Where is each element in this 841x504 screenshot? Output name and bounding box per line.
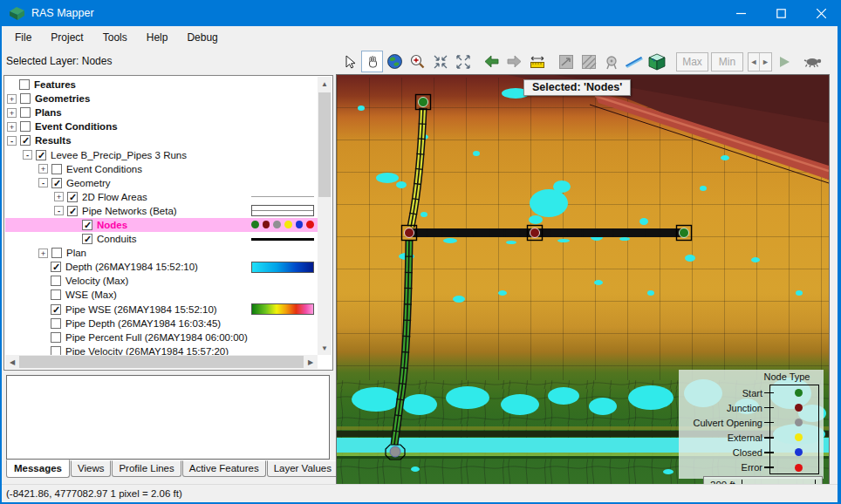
tree-item-run-event-conditions[interactable]: Event Conditions [5, 162, 318, 176]
select-cursor-button[interactable] [338, 51, 360, 72]
tree-item-geometries[interactable]: Geometries [5, 92, 318, 106]
tree-item-plan[interactable]: Plan [5, 246, 318, 260]
tree-item-2d-flow-areas[interactable]: 2D Flow Areas [5, 190, 318, 204]
menu-tools[interactable]: Tools [93, 28, 137, 47]
profile-plot-button[interactable] [555, 51, 577, 72]
expander[interactable] [7, 122, 17, 132]
messages-box[interactable] [6, 375, 330, 460]
checkbox[interactable] [51, 276, 61, 286]
tree-item-velocity[interactable]: Velocity (Max) [5, 274, 318, 288]
expander[interactable] [7, 136, 17, 146]
checkbox[interactable] [20, 107, 31, 118]
tree-item-pipe-velocity[interactable]: Pipe Velocity (26MAY1984 15:57:20) [5, 344, 318, 355]
tree-item-pipe-depth[interactable]: Pipe Depth (26MAY1984 16:03:45) [5, 317, 318, 330]
expander[interactable] [23, 150, 32, 160]
tree-item-geometry[interactable]: Geometry [5, 176, 318, 190]
full-extent-button[interactable] [452, 51, 474, 72]
tab-messages[interactable]: Messages [6, 460, 70, 478]
tree-item-pipe-wse[interactable]: Pipe WSE (26MAY1984 15:52:10) [5, 303, 318, 317]
tree-item-pipe-networks[interactable]: Pipe Networks (Beta) [5, 204, 318, 218]
checkbox[interactable] [51, 332, 61, 343]
checkbox[interactable] [51, 304, 61, 315]
scroll-right-arrow[interactable]: ▶ [304, 355, 318, 369]
scroll-up-arrow[interactable]: ▲ [318, 77, 332, 91]
checkbox[interactable] [20, 121, 31, 132]
minimize-button[interactable] [721, 0, 761, 26]
tab-views[interactable]: Views [71, 460, 111, 477]
play-button[interactable] [773, 51, 795, 72]
tab-profile-lines[interactable]: Profile Lines [112, 460, 181, 477]
checkbox[interactable] [67, 192, 78, 202]
start-node[interactable] [419, 98, 428, 107]
zoom-in-button[interactable] [407, 51, 428, 72]
step-forward-button[interactable]: ► [760, 53, 771, 71]
checkbox[interactable] [82, 234, 92, 244]
map-canvas[interactable]: Selected: 'Nodes' Node Type Start Juncti… [336, 74, 830, 495]
culvert-opening-node[interactable] [390, 446, 400, 457]
menu-help[interactable]: Help [137, 28, 178, 47]
checkbox[interactable] [82, 220, 92, 230]
min-button[interactable]: Min [711, 52, 743, 72]
next-view-button[interactable] [503, 51, 525, 72]
shrink-extent-button[interactable] [429, 51, 451, 72]
checkbox[interactable] [20, 93, 31, 104]
animation-speed-button[interactable] [802, 51, 824, 72]
checkbox[interactable] [51, 346, 61, 355]
maximize-button[interactable] [761, 0, 801, 26]
junction-node[interactable] [405, 228, 414, 238]
expander[interactable] [38, 164, 48, 174]
tree-item-plans[interactable]: Plans [5, 106, 318, 119]
checkbox[interactable] [20, 135, 31, 146]
tree-vertical-scrollbar[interactable]: ▲ ▼ [318, 77, 332, 355]
junction-node[interactable] [530, 228, 540, 238]
tree-item-nodes[interactable]: Nodes [5, 218, 318, 232]
mesh-hatch-button[interactable] [578, 51, 599, 72]
start-node[interactable] [680, 228, 689, 238]
animation-step-spinner[interactable]: ◄ ► [748, 52, 772, 72]
checkbox[interactable] [51, 318, 61, 329]
checkbox[interactable] [51, 262, 61, 272]
tree-item-conduits[interactable]: Conduits [5, 232, 318, 246]
expander[interactable] [54, 192, 64, 201]
zoom-extents-button[interactable] [384, 51, 406, 72]
titlebar[interactable]: RAS Mapper [0, 0, 841, 26]
checkbox[interactable] [51, 289, 61, 300]
step-back-button[interactable]: ◄ [749, 53, 760, 71]
expander[interactable] [38, 178, 48, 187]
checkbox[interactable] [51, 178, 62, 188]
scrollbar-thumb[interactable] [318, 92, 331, 197]
previous-view-button[interactable] [481, 51, 503, 72]
tree-item-results[interactable]: Results [5, 133, 318, 147]
tree-item-run[interactable]: Levee B_Precip_Pipes 3 Runs [5, 147, 318, 161]
tree-item-depth[interactable]: Depth (26MAY1984 15:52:10) [5, 260, 318, 274]
menu-debug[interactable]: Debug [177, 28, 227, 47]
checkbox[interactable] [19, 79, 30, 90]
checkbox[interactable] [67, 206, 78, 216]
scroll-down-arrow[interactable]: ▼ [318, 341, 332, 355]
water-surface-button[interactable] [623, 51, 645, 72]
tree-item-wse[interactable]: WSE (Max) [5, 288, 318, 302]
measure-button[interactable] [526, 51, 548, 72]
pan-button[interactable] [361, 51, 383, 72]
tree-item-pipe-percent-full[interactable]: Pipe Percent Full (26MAY1984 06:00:00) [5, 330, 318, 344]
draw-compass-button[interactable] [600, 51, 622, 72]
tab-active-features[interactable]: Active Features [182, 460, 266, 477]
expander[interactable] [54, 206, 64, 215]
expander[interactable] [7, 108, 17, 118]
checkbox[interactable] [51, 248, 62, 258]
3d-viewer-button[interactable] [646, 51, 667, 72]
expander[interactable] [7, 94, 17, 104]
menu-project[interactable]: Project [41, 28, 92, 47]
close-button[interactable] [801, 0, 841, 26]
tree-horizontal-scrollbar[interactable]: ◀ ▶ [5, 355, 318, 369]
scroll-left-arrow[interactable]: ◀ [5, 355, 19, 369]
menu-file[interactable]: File [5, 28, 41, 47]
tree-item-features[interactable]: Features [5, 78, 318, 92]
checkbox[interactable] [51, 164, 62, 174]
expander[interactable] [38, 249, 48, 258]
scrollbar-thumb[interactable] [19, 356, 304, 368]
max-button[interactable]: Max [676, 52, 708, 72]
checkbox[interactable] [36, 150, 46, 160]
tab-layer-values[interactable]: Layer Values [267, 460, 338, 477]
tree-item-event-conditions[interactable]: Event Conditions [5, 119, 318, 133]
